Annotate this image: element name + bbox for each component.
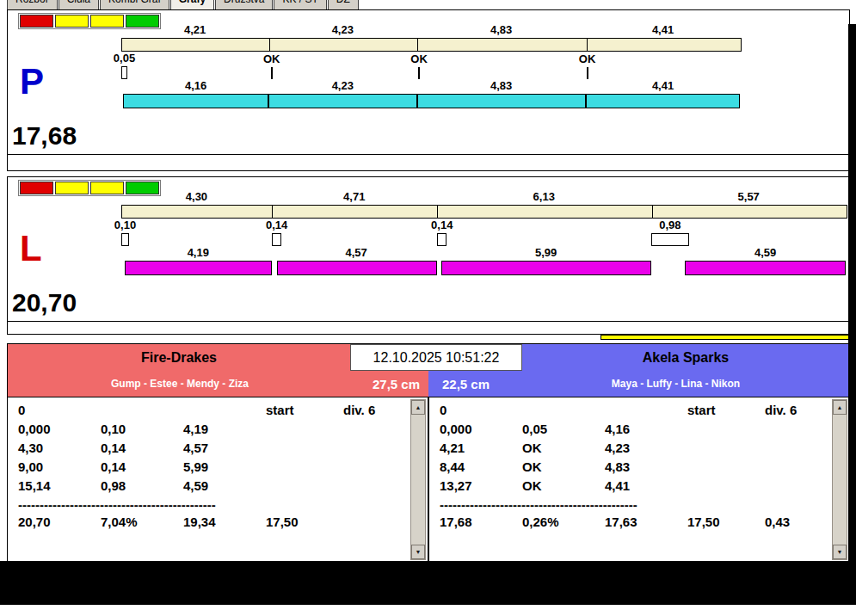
bar-segment xyxy=(125,261,272,275)
team-left-subheader: Gump - Estee - Mendy - Ziza 27,5 cm xyxy=(8,371,428,397)
segment-time-top: 4,30 xyxy=(121,190,272,204)
value-text: 4,59 xyxy=(754,246,776,259)
table-cell: 0,000 xyxy=(440,422,472,436)
scrollbar[interactable]: ▲ ▼ xyxy=(410,399,426,560)
cross-mark: 0,98 xyxy=(651,233,689,246)
scrollbar-up-button[interactable]: ▲ xyxy=(833,400,847,415)
table-cell: 4,21 xyxy=(440,440,465,455)
cross-label: OK xyxy=(263,52,280,65)
segment-time-bottom: 4,23 xyxy=(268,79,416,93)
team-table-right: 0 start div. 6 0,000 0,05 4,16 4,21 OK 4… xyxy=(429,397,849,562)
table-cell: 17,50 xyxy=(687,514,720,529)
bottom-split-bar xyxy=(121,94,740,108)
value-text: 4,21 xyxy=(184,23,206,36)
table-cell: 0 xyxy=(440,403,446,417)
bar-segment xyxy=(652,206,847,218)
scrollbar-down-button[interactable]: ▼ xyxy=(833,545,847,559)
separator-dashes: ----------------------------------------… xyxy=(440,497,637,512)
table-row: 13,27 OK 4,41 xyxy=(429,478,849,497)
lane-graph: 4,304,716,135,570,100,140,140,984,194,57… xyxy=(121,190,847,275)
segment-time-bottom: 4,19 xyxy=(125,246,271,260)
value-text: 4,57 xyxy=(346,246,367,259)
table-separator-row: ----------------------------------------… xyxy=(429,497,849,510)
team-table-left: 0 start div. 6 0,000 0,10 4,19 4,30 0,14… xyxy=(8,397,428,562)
bar-segment xyxy=(685,261,846,275)
cross-mark: 0,10 xyxy=(121,233,129,246)
cross-label: 0,10 xyxy=(114,219,136,231)
top-split-bar xyxy=(121,38,742,52)
status-light xyxy=(90,182,124,194)
tab-kk-st[interactable]: KK / ŠT xyxy=(274,0,326,9)
scoreboard-subheader-row: Gump - Estee - Mendy - Ziza 27,5 cm 22,5… xyxy=(8,371,849,397)
team-right-members: Maya - Luffy - Lina - Nikon xyxy=(528,378,849,390)
cross-label: 0,14 xyxy=(431,219,453,231)
bar-segment xyxy=(417,94,586,108)
bar-segment xyxy=(272,206,437,218)
table-cell: 17,63 xyxy=(605,514,637,529)
lane-panel-l: L 4,304,716,135,570,100,140,140,984,194,… xyxy=(7,176,850,335)
table-cell: 0 xyxy=(18,403,25,417)
table-cell: 17,50 xyxy=(266,514,299,529)
tab-druzstva[interactable]: Družstva xyxy=(215,0,273,9)
team-right-distance: 22,5 cm xyxy=(428,377,528,391)
value-text: 4,41 xyxy=(652,79,674,92)
table-row: 0,000 0,05 4,16 xyxy=(429,422,849,440)
status-light xyxy=(90,15,124,28)
table-row: 9,00 0,14 5,99 xyxy=(8,459,428,478)
divider-line xyxy=(8,321,849,322)
table-cell: OK xyxy=(522,440,542,455)
lane-letter: P xyxy=(20,64,44,100)
bar-segment xyxy=(268,94,416,108)
bar-segment xyxy=(269,39,417,51)
table-cell: 0,26% xyxy=(522,514,559,529)
tab-dz[interactable]: DZ xyxy=(328,0,359,9)
top-values-row: 4,214,234,834,41 xyxy=(121,23,740,37)
table-cell: 4,16 xyxy=(605,422,630,436)
scrollbar-up-button[interactable]: ▲ xyxy=(411,400,425,415)
lane-letter: L xyxy=(20,231,42,267)
progress-strip xyxy=(600,335,849,340)
value-text: 4,83 xyxy=(490,23,512,36)
tab-kombi-graf[interactable]: Kombi Graf xyxy=(100,0,169,9)
table-cell: 9,00 xyxy=(18,459,43,474)
table-cell: OK xyxy=(522,459,542,474)
table-cell: 7,04% xyxy=(101,514,138,529)
team-right-name: Akela Sparks xyxy=(643,350,730,366)
tab-cidla[interactable]: Čidla xyxy=(59,0,99,9)
cross-mark: OK xyxy=(271,67,273,79)
cross-label: 0,14 xyxy=(266,219,287,231)
bar-segment xyxy=(587,39,742,51)
team-left-members: Gump - Estee - Mendy - Ziza xyxy=(8,378,352,390)
cross-label: OK xyxy=(410,52,428,65)
bar-segment xyxy=(586,94,740,108)
tab-rozbor[interactable]: Rozbor xyxy=(7,0,58,9)
top-values-row: 4,304,716,135,57 xyxy=(121,190,846,204)
split-tables: 0 start div. 6 0,000 0,10 4,19 4,30 0,14… xyxy=(8,397,849,562)
table-cell: 0,000 xyxy=(18,422,51,436)
status-light xyxy=(20,15,53,28)
separator-dashes: ----------------------------------------… xyxy=(18,497,216,512)
table-cell: start xyxy=(687,403,716,417)
segment-time-top: 4,41 xyxy=(586,23,740,37)
top-split-bar xyxy=(121,205,847,219)
table-cell: 0,14 xyxy=(101,459,126,474)
value-text: 4,23 xyxy=(332,79,354,92)
cross-mark: 0,14 xyxy=(272,233,281,246)
segment-time-top: 4,83 xyxy=(416,23,585,37)
table-cell: 4,83 xyxy=(605,459,630,474)
segment-time-bottom: 4,59 xyxy=(685,246,846,260)
bar-segment xyxy=(441,261,650,275)
table-cell: 0,05 xyxy=(522,422,547,436)
cross-mark: OK xyxy=(418,67,420,79)
scrollbar[interactable]: ▲ ▼ xyxy=(832,399,847,560)
team-right-subheader: 22,5 cm Maya - Luffy - Lina - Nikon xyxy=(428,371,849,397)
table-separator-row: ----------------------------------------… xyxy=(8,497,428,510)
bottom-split-bar xyxy=(121,261,846,275)
value-text: 6,13 xyxy=(533,190,555,203)
cross-mark: 0,05 xyxy=(121,66,127,79)
scrollbar-down-button[interactable]: ▼ xyxy=(411,545,425,559)
bar-segment xyxy=(123,94,268,108)
tab-grafy[interactable]: Grafy xyxy=(170,0,214,9)
table-cell: OK xyxy=(522,478,542,493)
lane-panel-p: P 4,214,234,834,410,05OKOKOK4,164,234,83… xyxy=(7,9,850,171)
